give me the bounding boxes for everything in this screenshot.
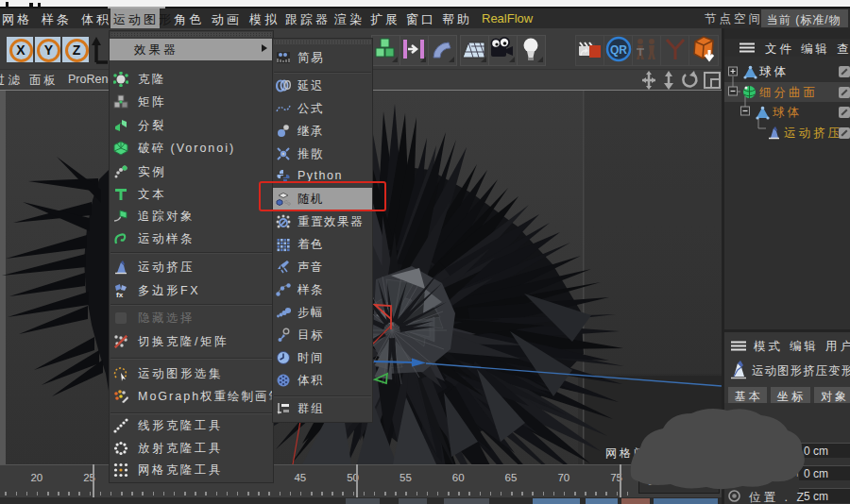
svg-text:QR: QR: [610, 43, 627, 57]
svg-text:fx: fx: [116, 291, 124, 298]
